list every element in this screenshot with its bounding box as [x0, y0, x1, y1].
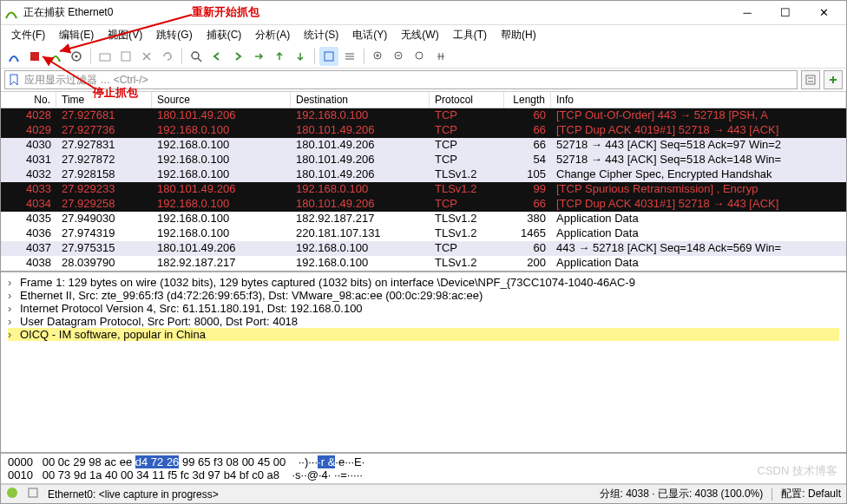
- window-title: 正在捕获 Ethernet0: [23, 5, 728, 20]
- toolbar: [1, 44, 846, 69]
- menu-go[interactable]: 跳转(G): [151, 26, 197, 44]
- stop-capture-button[interactable]: [25, 47, 44, 66]
- status-profile[interactable]: 配置: Default: [781, 487, 841, 501]
- minimize-button[interactable]: ─: [728, 1, 766, 25]
- capture-options-button[interactable]: [67, 47, 86, 66]
- restart-capture-button[interactable]: [46, 47, 65, 66]
- display-filter-input[interactable]: 应用显示过滤器 … <Ctrl-/>: [4, 70, 798, 89]
- packet-details[interactable]: ›Frame 1: 129 bytes on wire (1032 bits),…: [1, 272, 846, 454]
- resize-columns-button[interactable]: [431, 47, 450, 66]
- menubar: 文件(F) 编辑(E) 视图(V) 跳转(G) 捕获(C) 分析(A) 统计(S…: [1, 25, 846, 44]
- svg-rect-0: [30, 52, 39, 61]
- start-capture-button[interactable]: [4, 47, 23, 66]
- menu-file[interactable]: 文件(F): [6, 26, 50, 44]
- menu-tools[interactable]: 工具(T): [448, 26, 492, 44]
- expert-info-icon[interactable]: [6, 487, 18, 501]
- col-len[interactable]: Length: [504, 92, 551, 108]
- table-row[interactable]: 403227.928158192.168.0.100180.101.49.206…: [1, 167, 846, 182]
- table-row[interactable]: 403727.975315180.101.49.206192.168.0.100…: [1, 241, 846, 256]
- table-row[interactable]: 403427.929258192.168.0.100180.101.49.206…: [1, 197, 846, 212]
- menu-stats[interactable]: 统计(S): [299, 26, 344, 44]
- table-row[interactable]: 403627.974319192.168.0.100220.181.107.13…: [1, 226, 846, 241]
- col-proto[interactable]: Protocol: [430, 92, 504, 108]
- col-dst[interactable]: Destination: [291, 92, 430, 108]
- detail-ip[interactable]: Internet Protocol Version 4, Src: 61.151…: [20, 302, 363, 315]
- go-forward-button[interactable]: [228, 47, 247, 66]
- zoom-reset-button[interactable]: [410, 47, 430, 66]
- table-row[interactable]: 402927.927736192.168.0.100180.101.49.206…: [1, 123, 846, 138]
- expand-icon[interactable]: ›: [8, 302, 20, 315]
- capture-file-icon[interactable]: [27, 487, 39, 501]
- svg-rect-3: [100, 54, 110, 61]
- col-info[interactable]: Info: [551, 92, 846, 108]
- col-no[interactable]: No.: [1, 92, 56, 108]
- svg-point-2: [76, 55, 78, 57]
- svg-line-8: [198, 58, 201, 62]
- detail-eth[interactable]: Ethernet II, Src: zte_99:65:f3 (d4:72:26…: [20, 289, 483, 302]
- svg-rect-28: [29, 488, 37, 497]
- statusbar: Ethernet0: <live capture in progress> 分组…: [1, 484, 846, 503]
- expand-icon[interactable]: ›: [8, 289, 20, 302]
- go-to-button[interactable]: [249, 47, 268, 66]
- table-row[interactable]: 403327.929233180.101.49.206192.168.0.100…: [1, 182, 846, 197]
- table-row[interactable]: 402827.927681180.101.49.206192.168.0.100…: [1, 108, 846, 123]
- col-src[interactable]: Source: [152, 92, 291, 108]
- reload-button[interactable]: [158, 47, 177, 66]
- open-file-button[interactable]: [95, 47, 115, 66]
- table-row[interactable]: 403828.039790182.92.187.217192.168.0.100…: [1, 256, 846, 271]
- filter-add-button[interactable]: [824, 70, 843, 89]
- expand-icon[interactable]: ›: [8, 328, 20, 341]
- filter-placeholder: 应用显示过滤器 … <Ctrl-/>: [24, 73, 148, 88]
- packet-bytes[interactable]: 0000 00 0c 29 98 ac ee d4 72 26 99 65 f3…: [1, 454, 846, 484]
- detail-frame[interactable]: Frame 1: 129 bytes on wire (1032 bits), …: [20, 276, 635, 289]
- table-row[interactable]: 403527.949030192.168.0.100182.92.187.217…: [1, 212, 846, 226]
- svg-point-18: [416, 52, 423, 59]
- save-file-button[interactable]: [116, 47, 135, 66]
- close-button[interactable]: ✕: [804, 1, 843, 25]
- bookmark-icon: [9, 74, 21, 86]
- detail-udp[interactable]: User Datagram Protocol, Src Port: 8000, …: [20, 315, 298, 328]
- menu-help[interactable]: 帮助(H): [496, 26, 542, 44]
- close-file-button[interactable]: [137, 47, 156, 66]
- expand-icon[interactable]: ›: [8, 276, 20, 289]
- menu-view[interactable]: 视图(V): [102, 26, 148, 44]
- menu-capture[interactable]: 捕获(C): [201, 26, 247, 44]
- menu-analyze[interactable]: 分析(A): [250, 26, 295, 44]
- detail-oicq[interactable]: OICQ - IM software, popular in China: [20, 328, 206, 341]
- app-window: 正在捕获 Ethernet0 ─ ☐ ✕ 文件(F) 编辑(E) 视图(V) 跳…: [0, 0, 847, 504]
- app-icon: [4, 6, 18, 20]
- find-button[interactable]: [187, 47, 206, 66]
- table-row[interactable]: 403127.927872192.168.0.100180.101.49.206…: [1, 153, 846, 167]
- colorize-button[interactable]: [340, 47, 359, 66]
- table-row[interactable]: 403027.927831192.168.0.100180.101.49.206…: [1, 138, 846, 153]
- menu-telephony[interactable]: 电话(Y): [347, 26, 392, 44]
- svg-rect-22: [806, 75, 815, 84]
- filter-expr-button[interactable]: [801, 70, 820, 89]
- status-interface: Ethernet0: <live capture in progress>: [48, 488, 219, 501]
- packet-list[interactable]: No. Time Source Destination Protocol Len…: [1, 91, 846, 272]
- zoom-in-button[interactable]: [369, 47, 388, 66]
- zoom-out-button[interactable]: [390, 47, 409, 66]
- titlebar: 正在捕获 Ethernet0 ─ ☐ ✕: [1, 1, 846, 25]
- filterbar: 应用显示过滤器 … <Ctrl-/>: [1, 69, 846, 91]
- col-time[interactable]: Time: [56, 92, 152, 108]
- go-first-button[interactable]: [270, 47, 289, 66]
- packet-list-header: No. Time Source Destination Protocol Len…: [1, 91, 846, 108]
- autoscroll-button[interactable]: [319, 47, 338, 66]
- svg-point-7: [192, 52, 199, 59]
- svg-rect-9: [325, 52, 333, 61]
- expand-icon[interactable]: ›: [8, 315, 20, 328]
- menu-wireless[interactable]: 无线(W): [396, 26, 443, 44]
- go-last-button[interactable]: [291, 47, 310, 66]
- status-packets: 分组: 4038 · 已显示: 4038 (100.0%): [600, 487, 764, 501]
- svg-point-27: [7, 488, 17, 498]
- svg-rect-4: [121, 52, 130, 61]
- menu-edit[interactable]: 编辑(E): [54, 26, 99, 44]
- maximize-button[interactable]: ☐: [766, 1, 804, 25]
- go-back-button[interactable]: [207, 47, 227, 66]
